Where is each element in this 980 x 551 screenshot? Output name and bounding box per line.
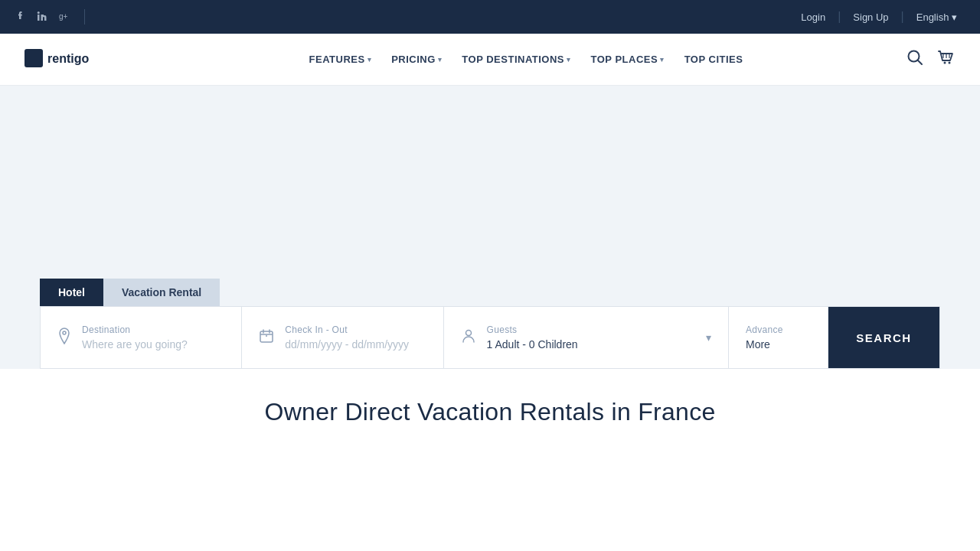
page-title-section: Owner Direct Vacation Rentals in France bbox=[0, 369, 980, 426]
tab-vacation-rental[interactable]: Vacation Rental bbox=[103, 279, 220, 306]
destination-field[interactable]: Destination Where are you going? bbox=[41, 307, 242, 368]
nav-links: FEATURES ▾ PRICING ▾ TOP DESTINATIONS ▾ … bbox=[302, 47, 751, 71]
location-icon bbox=[57, 328, 71, 348]
logo[interactable]: rentigo bbox=[23, 43, 145, 77]
top-destinations-chevron: ▾ bbox=[567, 56, 571, 64]
hero-section: Hotel Vacation Rental Destination Where … bbox=[0, 86, 980, 369]
page-title: Owner Direct Vacation Rentals in France bbox=[0, 398, 980, 426]
top-places-chevron: ▾ bbox=[660, 56, 665, 64]
tab-hotel[interactable]: Hotel bbox=[40, 279, 103, 306]
nav-actions bbox=[906, 47, 957, 73]
guests-icon bbox=[461, 328, 476, 347]
language-selector[interactable]: English ▾ bbox=[909, 11, 965, 23]
search-icon[interactable] bbox=[906, 49, 923, 70]
linkedin-icon[interactable] bbox=[37, 11, 47, 24]
svg-rect-3 bbox=[24, 49, 43, 67]
advance-value: More bbox=[746, 338, 783, 350]
features-chevron: ▾ bbox=[368, 56, 372, 64]
calendar-icon bbox=[259, 328, 274, 347]
top-bar: g+ Login | Sign Up | English ▾ bbox=[0, 0, 980, 34]
facebook-icon[interactable] bbox=[15, 11, 26, 24]
svg-text:g+: g+ bbox=[59, 12, 68, 21]
destination-label: Destination bbox=[82, 324, 188, 335]
checkin-field[interactable]: Check In - Out dd/mm/yyyy - dd/mm/yyyy bbox=[242, 307, 443, 368]
nav-pricing[interactable]: PRICING ▾ bbox=[384, 47, 449, 71]
search-button[interactable]: SEARCH bbox=[828, 307, 939, 368]
destination-placeholder: Where are you going? bbox=[82, 338, 188, 350]
nav-top-places[interactable]: TOP PLACES ▾ bbox=[583, 47, 672, 71]
nav-top-destinations[interactable]: TOP DESTINATIONS ▾ bbox=[454, 47, 578, 71]
auth-links: Login | Sign Up | English ▾ bbox=[793, 10, 965, 24]
svg-line-6 bbox=[918, 60, 923, 65]
nav-bar: rentigo FEATURES ▾ PRICING ▾ TOP DESTINA… bbox=[0, 34, 980, 86]
advance-label: Advance bbox=[746, 324, 783, 335]
svg-point-7 bbox=[944, 61, 946, 64]
login-link[interactable]: Login bbox=[793, 11, 833, 23]
cart-icon[interactable] bbox=[936, 47, 957, 73]
guests-chevron-icon: ▾ bbox=[706, 331, 711, 344]
advance-field[interactable]: Advance More bbox=[729, 307, 828, 368]
svg-point-17 bbox=[266, 335, 267, 337]
search-bar: Destination Where are you going? Che bbox=[40, 306, 940, 369]
pricing-chevron: ▾ bbox=[438, 56, 443, 64]
nav-features[interactable]: FEATURES ▾ bbox=[302, 47, 380, 71]
svg-rect-0 bbox=[38, 15, 40, 21]
social-links: g+ bbox=[15, 9, 90, 24]
divider bbox=[84, 9, 85, 24]
guests-label: Guests bbox=[487, 324, 578, 335]
checkin-label: Check In - Out bbox=[285, 324, 409, 335]
svg-point-1 bbox=[38, 11, 40, 14]
search-tabs: Hotel Vacation Rental bbox=[40, 279, 940, 306]
googleplus-icon[interactable]: g+ bbox=[58, 11, 69, 24]
guests-value: 1 Adult - 0 Children bbox=[487, 338, 578, 350]
search-container: Hotel Vacation Rental Destination Where … bbox=[0, 279, 980, 369]
svg-text:rentigo: rentigo bbox=[47, 52, 89, 65]
svg-point-8 bbox=[949, 61, 951, 64]
svg-point-12 bbox=[63, 331, 66, 334]
svg-point-18 bbox=[466, 330, 471, 335]
nav-top-cities[interactable]: TOP CITIES bbox=[677, 47, 751, 71]
guests-field[interactable]: Guests 1 Adult - 0 Children ▾ bbox=[444, 307, 729, 368]
signup-link[interactable]: Sign Up bbox=[845, 11, 896, 23]
checkin-placeholder: dd/mm/yyyy - dd/mm/yyyy bbox=[285, 338, 409, 350]
